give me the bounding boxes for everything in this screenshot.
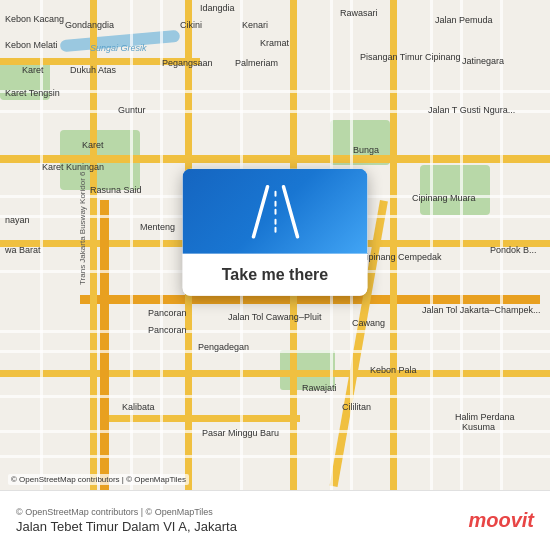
road-minor-v	[130, 0, 133, 490]
road-minor	[0, 90, 550, 93]
bottom-info: © OpenStreetMap contributors | © OpenMap…	[16, 507, 237, 534]
map-attribution: © OpenStreetMap contributors | © OpenMap…	[8, 474, 189, 485]
road-minor	[0, 330, 550, 333]
road-minor	[0, 110, 550, 113]
road-vertical-1	[90, 0, 97, 490]
moovit-logo: moovit	[468, 509, 534, 532]
road-vertical-4	[390, 0, 397, 490]
bottom-bar: © OpenStreetMap contributors | © OpenMap…	[0, 490, 550, 550]
map-container: Idangdia Gondangdia Cikini Kenari Rawasa…	[0, 0, 550, 490]
busway-corridor	[100, 200, 109, 490]
highway-icon	[245, 181, 305, 241]
road	[0, 58, 200, 65]
attribution-text: © OpenStreetMap contributors | © OpenMap…	[16, 507, 237, 517]
road-minor	[0, 455, 550, 458]
road-minor-v	[40, 0, 43, 490]
road-minor-v	[500, 0, 503, 490]
location-name: Jalan Tebet Timur Dalam VI A, Jakarta	[16, 519, 237, 534]
road-minor-v	[160, 0, 163, 490]
road-minor	[0, 395, 550, 398]
card-image	[183, 169, 368, 254]
road-lower	[0, 370, 550, 377]
road-minor	[0, 430, 550, 433]
moovit-text: moovit	[468, 509, 534, 532]
road-rasuna	[0, 155, 550, 163]
toll-road-cawang	[80, 295, 540, 304]
take-me-there-button[interactable]: Take me there	[183, 254, 368, 296]
road-minor	[0, 350, 550, 353]
road-minor-v	[430, 0, 433, 490]
card-overlay: Take me there	[183, 169, 368, 296]
road-minor-v	[460, 0, 463, 490]
